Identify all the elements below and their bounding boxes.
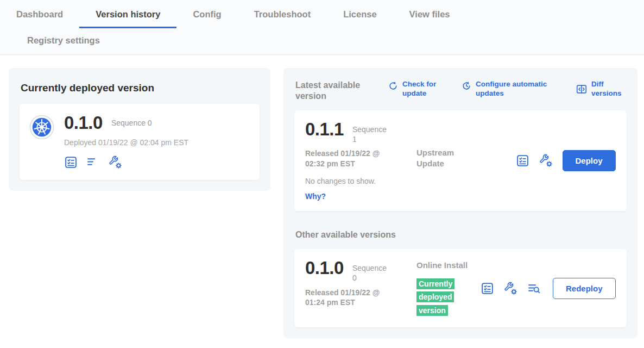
current-deployed-timestamp: Deployed 01/19/22 @ 02:04 pm EST (64, 138, 188, 147)
tab-view-files[interactable]: View files (393, 2, 466, 28)
tab-config[interactable]: Config (176, 2, 237, 28)
release-notes-icon[interactable] (64, 156, 78, 169)
edit-config-icon[interactable] (539, 154, 553, 167)
currently-deployed-panel: Currently deployed version (9, 68, 270, 191)
tab-license[interactable]: License (327, 2, 393, 28)
kubernetes-icon (29, 115, 54, 140)
currently-deployed-badge: Currently deployed version (416, 278, 454, 316)
diff-versions-link[interactable]: Diff versions (576, 80, 626, 98)
tab-version-history[interactable]: Version history (79, 2, 176, 28)
latest-release-card: 0.1.1 Sequence 1 Released 01/19/22 @ 02:… (294, 110, 627, 211)
edit-config-icon[interactable] (109, 156, 122, 169)
currently-deployed-badge-wrap: Currently deployed version (416, 277, 457, 318)
tab-troubleshoot[interactable]: Troubleshoot (238, 2, 327, 28)
other-available-title: Other available versions (295, 229, 627, 240)
deploy-logs-icon[interactable] (527, 282, 541, 295)
deploy-logs-icon[interactable] (86, 156, 100, 169)
nav-row-1: Dashboard Version history Config Trouble… (0, 2, 644, 28)
current-version-details: 0.1.0 Sequence 0 Deployed 01/19/22 @ 02:… (64, 114, 188, 169)
available-versions-panel: Latest available version Check for updat… (283, 68, 637, 338)
why-link[interactable]: Why? (305, 192, 326, 201)
main-content: Currently deployed version (0, 55, 644, 348)
other-released-timestamp: Released 01/19/22 @ 01:24 pm EST (305, 288, 396, 308)
deploy-button[interactable]: Deploy (563, 150, 616, 171)
other-release-card: 0.1.0 Sequence 0 Released 01/19/22 @ 01:… (294, 249, 627, 327)
current-version-sequence: Sequence 0 (111, 118, 152, 128)
tab-registry-settings[interactable]: Registry settings (11, 28, 116, 54)
configure-automatic-updates-icon (461, 80, 472, 91)
latest-available-title: Latest available version (295, 80, 369, 102)
latest-release-source: Upstream Update (416, 147, 481, 169)
check-for-update-link[interactable]: Check for update (388, 80, 443, 98)
check-for-update-icon (388, 80, 399, 91)
redeploy-button[interactable]: Redeploy (553, 278, 616, 299)
latest-version-number: 0.1.1 (305, 120, 344, 139)
app-nav: Dashboard Version history Config Trouble… (0, 0, 644, 55)
currently-deployed-title: Currently deployed version (21, 82, 260, 94)
release-notes-icon[interactable] (516, 154, 529, 167)
latest-available-header: Latest available version Check for updat… (294, 79, 627, 102)
edit-config-icon[interactable] (504, 282, 517, 295)
other-release-source: Online Install (416, 260, 481, 271)
other-release-info: 0.1.0 Sequence 0 Released 01/19/22 @ 01:… (305, 259, 416, 308)
latest-version-sequence: Sequence 1 (352, 125, 388, 144)
other-version-sequence: Sequence 0 (352, 263, 388, 283)
latest-release-info: 0.1.1 Sequence 1 Released 01/19/22 @ 02:… (305, 120, 416, 201)
other-version-number: 0.1.0 (305, 259, 344, 278)
current-version-card: 0.1.0 Sequence 0 Deployed 01/19/22 @ 02:… (20, 104, 260, 180)
release-notes-icon[interactable] (481, 282, 494, 295)
other-release-source-col: Online Install Currently deployed versio… (416, 259, 481, 318)
tab-dashboard[interactable]: Dashboard (0, 2, 79, 28)
diff-versions-icon (576, 83, 588, 95)
latest-release-actions: Deploy (516, 150, 616, 171)
other-release-actions: Redeploy (481, 278, 616, 299)
latest-released-timestamp: Released 01/19/22 @ 02:32 pm EST (305, 148, 396, 169)
no-changes-text: No changes to show. (305, 177, 416, 185)
configure-automatic-updates-link[interactable]: Configure automatic updates (461, 80, 557, 98)
current-version-number: 0.1.0 (64, 114, 103, 133)
nav-row-2: Registry settings (0, 28, 644, 54)
